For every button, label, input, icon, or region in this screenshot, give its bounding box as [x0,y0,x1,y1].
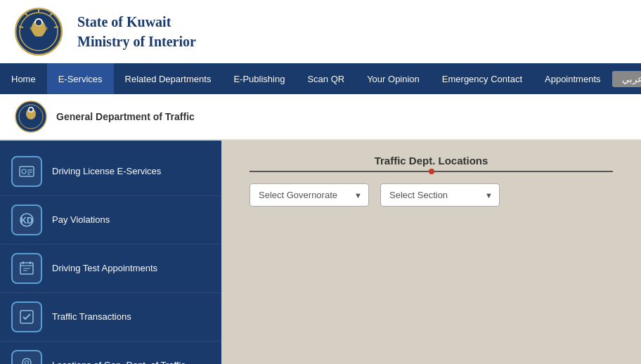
nav-arabic[interactable]: عربي [612,71,642,87]
svg-point-5 [36,20,41,25]
nav-e-services[interactable]: E-Services [47,63,114,94]
nav-your-opinion[interactable]: Your Opinion [356,63,431,94]
sidebar: Driving License E-Services KD Pay Violat… [0,141,221,364]
sidebar-item-locations[interactable]: Locations of Gen. Dept. of Traffic [0,342,221,364]
sidebar-label-locations: Locations of Gen. Dept. of Traffic [52,360,186,364]
svg-text:KD: KD [20,216,33,226]
logo [14,7,63,56]
traffic-dept-logo [14,100,48,134]
sidebar-label-driving-test: Driving Test Appointments [52,263,157,275]
dropdowns-row: Select Governorate ▼ Select Section ▼ [250,183,613,207]
governorate-select[interactable]: Select Governorate [250,183,369,207]
header-title: State of Kuwait Ministry of Interior [77,12,196,51]
traffic-transactions-icon [11,301,42,332]
svg-point-17 [22,169,26,174]
sub-header-title: General Department of Traffic [56,111,195,122]
content-area: Driving License E-Services KD Pay Violat… [0,141,641,364]
driving-license-icon [11,156,42,187]
sidebar-item-traffic-transactions[interactable]: Traffic Transactions [0,293,221,342]
nav-scan-qr[interactable]: Scan QR [296,63,356,94]
driving-test-icon [11,253,42,284]
header: State of Kuwait Ministry of Interior [0,0,641,63]
sidebar-item-pay-violations[interactable]: KD Pay Violations [0,196,221,245]
section-select[interactable]: Select Section [380,183,500,207]
map-title: Traffic Dept. Locations [250,155,613,167]
main-content: Traffic Dept. Locations Select Governora… [221,141,641,364]
nav-related-departments[interactable]: Related Departments [114,63,223,94]
navbar: Home E-Services Related Departments E-Pu… [0,63,641,94]
section-dropdown-wrap: Select Section ▼ [380,183,500,207]
svg-point-15 [30,108,33,112]
map-line-dot [429,169,434,174]
map-divider [250,171,613,172]
locations-icon [11,350,42,364]
map-section: Traffic Dept. Locations Select Governora… [250,155,613,207]
svg-line-8 [54,27,58,27]
svg-point-30 [25,361,29,365]
svg-line-10 [19,27,23,27]
nav-emergency-contact[interactable]: Emergency Contact [431,63,533,94]
pay-violations-icon: KD [11,204,42,235]
nav-appointments[interactable]: Appointments [533,63,612,94]
sidebar-label-driving-license: Driving License E-Services [52,166,161,178]
sidebar-item-driving-test[interactable]: Driving Test Appointments [0,245,221,293]
governorate-dropdown-wrap: Select Governorate ▼ [250,183,369,207]
nav-home[interactable]: Home [0,63,47,94]
sidebar-label-pay-violations: Pay Violations [52,214,110,226]
sidebar-label-traffic-transactions: Traffic Transactions [52,311,131,323]
nav-e-publishing[interactable]: E-Publishing [222,63,296,94]
sub-header: General Department of Traffic [0,94,641,141]
sidebar-item-driving-license[interactable]: Driving License E-Services [0,148,221,196]
